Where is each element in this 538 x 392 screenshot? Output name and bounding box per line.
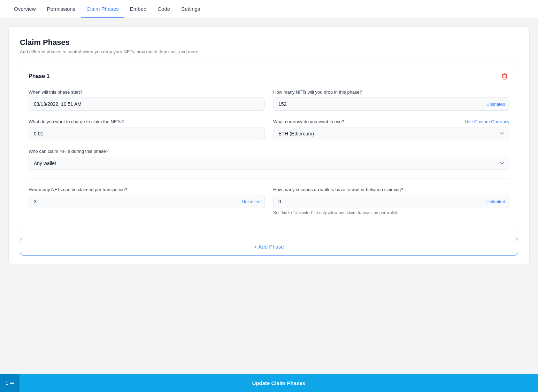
bottom-bar: 1 ⇌ Update Claim Phases	[0, 374, 538, 392]
main-content: Claim Phases Add different phases to con…	[0, 18, 538, 278]
tab-settings[interactable]: Settings	[176, 0, 206, 18]
wait-seconds-label: How many seconds do wallets have to wait…	[273, 187, 509, 192]
nfts-unlimited-badge[interactable]: Unlimited	[485, 102, 505, 107]
nfts-drop-group: How many NFTs will you drop in this phas…	[273, 89, 509, 111]
who-claim-select[interactable]: Any wallet Specific wallets	[29, 157, 509, 170]
wait-seconds-input[interactable]	[273, 195, 509, 208]
currency-label: What currency do you want to use?	[273, 119, 344, 124]
nfts-drop-label: How many NFTs will you drop in this phas…	[273, 89, 509, 95]
page-header-card: Claim Phases Add different phases to con…	[8, 26, 530, 264]
delete-phase-button[interactable]	[500, 71, 509, 81]
tab-permissions[interactable]: Permissions	[41, 0, 81, 18]
phase-title: Phase 1	[29, 73, 49, 79]
tab-claim-phases[interactable]: Claim Phases	[81, 0, 124, 18]
charge-label: What do you want to charge to claim the …	[29, 119, 265, 124]
phase-start-input-wrapper	[29, 97, 265, 111]
tab-embed[interactable]: Embed	[124, 0, 152, 18]
who-claim-label: Who can claim NFTs during this phase?	[29, 149, 509, 154]
form-row-3: Who can claim NFTs during this phase? An…	[29, 149, 509, 170]
phase-start-group: When will this phase start?	[29, 89, 265, 111]
per-tx-group: How many NFTs can be claimed per transac…	[29, 187, 265, 215]
charge-input-wrapper	[29, 127, 265, 140]
tab-overview[interactable]: Overview	[8, 0, 41, 18]
update-claim-phases-button[interactable]: Update Claim Phases	[20, 380, 538, 386]
section-divider	[29, 178, 509, 179]
who-claim-group: Who can claim NFTs during this phase? An…	[29, 149, 509, 170]
nfts-drop-input-wrapper: Unlimited	[273, 97, 509, 111]
phase-start-label: When will this phase start?	[29, 89, 265, 95]
page-subtitle: Add different phases to control when you…	[20, 49, 518, 54]
form-row-4: How many NFTs can be claimed per transac…	[29, 187, 509, 215]
wait-seconds-input-wrapper: Unlimited	[273, 195, 509, 208]
top-nav: Overview Permissions Claim Phases Embed …	[0, 0, 538, 18]
wait-seconds-group: How many seconds do wallets have to wait…	[273, 187, 509, 215]
per-tx-input-wrapper: Unlimited	[29, 195, 265, 208]
charge-input[interactable]	[29, 127, 265, 140]
phase-start-input[interactable]	[29, 97, 265, 111]
currency-label-row: What currency do you want to use? Use Cu…	[273, 119, 509, 124]
form-row-2: What do you want to charge to claim the …	[29, 119, 509, 140]
page-title: Claim Phases	[20, 38, 518, 47]
per-tx-unlimited-badge[interactable]: Unlimited	[240, 199, 261, 204]
phase-header: Phase 1	[29, 71, 509, 81]
currency-select[interactable]: ETH (Ethereum) USDC DAI MATIC	[273, 127, 509, 140]
phase-card: Phase 1 When will this phase start?	[20, 63, 518, 232]
add-phase-button[interactable]: + Add Phase	[20, 238, 518, 256]
wait-hint-text: Set this to "Unlimited" to only allow on…	[273, 210, 509, 215]
nfts-drop-input[interactable]	[273, 97, 509, 111]
per-tx-input[interactable]	[29, 195, 265, 208]
bottom-badge: 1 ⇌	[0, 374, 20, 392]
tab-code[interactable]: Code	[152, 0, 176, 18]
use-custom-currency-link[interactable]: Use Custom Currency	[465, 119, 509, 124]
charge-group: What do you want to charge to claim the …	[29, 119, 265, 140]
currency-group: What currency do you want to use? Use Cu…	[273, 119, 509, 140]
form-row-1: When will this phase start? How many NFT…	[29, 89, 509, 111]
per-tx-label: How many NFTs can be claimed per transac…	[29, 187, 265, 192]
wait-unlimited-badge[interactable]: Unlimited	[485, 199, 505, 204]
